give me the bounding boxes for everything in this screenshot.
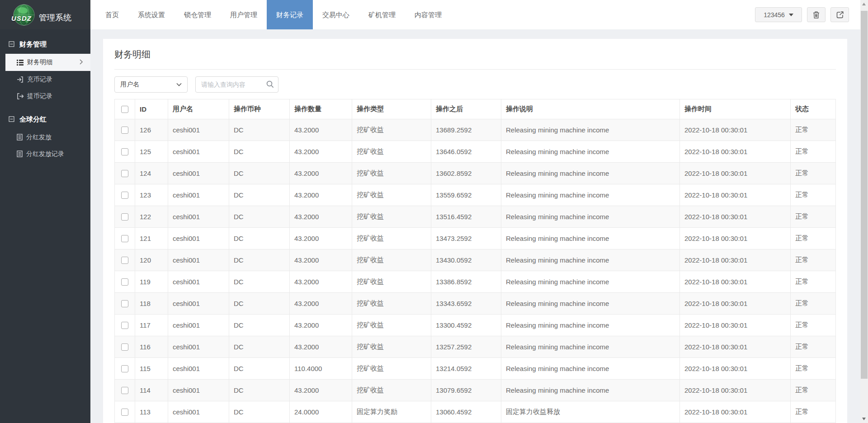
table-cell: 124 <box>135 163 168 184</box>
select-all-checkbox[interactable] <box>121 106 128 113</box>
scroll-up-arrow-icon[interactable] <box>862 3 866 5</box>
page-scrollbar[interactable] <box>860 0 868 423</box>
row-checkbox[interactable] <box>121 257 128 264</box>
table-cell: 13060.4592 <box>431 401 501 423</box>
nav-item-finance-records[interactable]: 财务记录 <box>267 0 313 29</box>
trash-button[interactable] <box>807 7 826 22</box>
column-header: 操作币种 <box>229 99 290 119</box>
table-cell: 121 <box>135 228 168 249</box>
row-checkbox[interactable] <box>121 387 128 394</box>
search-icon[interactable] <box>266 80 274 88</box>
nav-item-lockup-management[interactable]: 锁仓管理 <box>175 0 221 29</box>
sidebar-item-finance-detail[interactable]: 财务明细 <box>5 54 90 71</box>
table-row: 120ceshi001DC43.2000挖矿收益13430.0592Releas… <box>115 249 836 271</box>
row-checkbox[interactable] <box>121 148 128 155</box>
table-cell: 43.2000 <box>290 380 352 401</box>
row-checkbox[interactable] <box>121 278 128 286</box>
row-checkbox[interactable] <box>121 213 128 221</box>
row-select-cell <box>115 358 135 380</box>
filter-select[interactable]: 用户名 <box>114 76 188 93</box>
nav-item-content-management[interactable]: 内容管理 <box>405 0 451 29</box>
table-cell: 113 <box>135 401 168 423</box>
list-icon <box>17 60 24 66</box>
sidebar-item-label: 分红发放记录 <box>26 150 64 158</box>
table-cell: DC <box>229 206 290 228</box>
table-cell: ceshi001 <box>168 293 229 315</box>
nav-item-home[interactable]: 首页 <box>96 0 128 29</box>
table-cell: 正常 <box>791 163 836 184</box>
table-cell: Releasing mining machine income <box>501 163 680 184</box>
row-checkbox[interactable] <box>121 127 128 134</box>
table-cell: 2022-10-18 00:30:01 <box>680 228 791 249</box>
scroll-down-arrow-icon[interactable] <box>862 418 866 420</box>
nav-item-trade-center[interactable]: 交易中心 <box>313 0 359 29</box>
row-checkbox[interactable] <box>121 300 128 307</box>
table-cell: 117 <box>135 315 168 336</box>
table-cell: DC <box>229 315 290 336</box>
column-header: 操作时间 <box>680 99 791 119</box>
table-cell: 125 <box>135 141 168 163</box>
table-cell: 正常 <box>791 315 836 336</box>
app-logo[interactable]: USDZ 管理系统 <box>0 0 90 29</box>
row-checkbox[interactable] <box>121 322 128 329</box>
table-cell: 123 <box>135 184 168 206</box>
table-cell: DC <box>229 401 290 423</box>
table-cell: ceshi001 <box>168 228 229 249</box>
sidebar-item-dividend-issue[interactable]: 分红发放 <box>0 129 90 146</box>
row-checkbox[interactable] <box>121 170 128 177</box>
sidebar-section-title-finance-management[interactable]: 财务管理 <box>0 35 90 54</box>
table-cell: 正常 <box>791 358 836 380</box>
row-checkbox[interactable] <box>121 343 128 351</box>
row-checkbox[interactable] <box>121 365 128 372</box>
table-cell: 43.2000 <box>290 336 352 358</box>
table-row: 113ceshi001DC24.0000固定算力奖励13060.4592固定算力… <box>115 401 836 423</box>
table-cell: 118 <box>135 293 168 315</box>
table-cell: DC <box>229 119 290 141</box>
nav-item-user-management[interactable]: 用户管理 <box>221 0 267 29</box>
sidebar-item-dividend-issue-records[interactable]: 分红发放记录 <box>0 146 90 162</box>
row-select-cell <box>115 206 135 228</box>
sidebar-item-withdraw-records[interactable]: 提币记录 <box>0 88 90 104</box>
table-cell: ceshi001 <box>168 119 229 141</box>
table-cell: 挖矿收益 <box>352 249 431 271</box>
scrollbar-thumb[interactable] <box>861 11 868 379</box>
table-cell: 24.0000 <box>290 401 352 423</box>
table-cell: 2022-10-18 00:30:01 <box>680 358 791 380</box>
export-button[interactable] <box>830 7 849 22</box>
table-cell: 43.2000 <box>290 315 352 336</box>
table-cell: 挖矿收益 <box>352 228 431 249</box>
nav-item-system-settings[interactable]: 系统设置 <box>128 0 175 29</box>
sign-out-icon <box>17 93 24 99</box>
sidebar-section-title-global-dividend[interactable]: 全球分红 <box>0 110 90 129</box>
table-cell: 挖矿收益 <box>352 293 431 315</box>
table-cell: 挖矿收益 <box>352 380 431 401</box>
row-select-cell <box>115 249 135 271</box>
sidebar-item-label: 分红发放 <box>26 133 52 141</box>
table-cell: 13300.4592 <box>431 315 501 336</box>
table-cell: 43.2000 <box>290 141 352 163</box>
table-cell: ceshi001 <box>168 141 229 163</box>
row-select-cell <box>115 184 135 206</box>
table-cell: 13079.6592 <box>431 380 501 401</box>
collapse-minus-icon <box>9 116 14 123</box>
table-cell: 挖矿收益 <box>352 271 431 293</box>
top-navbar: USDZ 管理系统 首页系统设置锁仓管理用户管理财务记录交易中心矿机管理内容管理… <box>0 0 868 29</box>
row-checkbox[interactable] <box>121 409 128 416</box>
row-checkbox[interactable] <box>121 235 128 242</box>
table-cell: 13430.0592 <box>431 249 501 271</box>
table-cell: ceshi001 <box>168 184 229 206</box>
user-dropdown[interactable]: 123456 <box>755 7 802 22</box>
row-checkbox[interactable] <box>121 192 128 199</box>
sidebar-section-global-dividend: 全球分红分红发放分红发放记录 <box>0 110 90 162</box>
sidebar-item-deposit-records[interactable]: 充币记录 <box>0 71 90 88</box>
select-all-header-cell <box>115 99 135 119</box>
table-cell: 116 <box>135 336 168 358</box>
row-select-cell <box>115 293 135 315</box>
table-cell: Releasing mining machine income <box>501 358 680 380</box>
main-content: 财务明细 用户名 ID用户名操作币种操作数量操作类型操作之后操作说明操作时间状态… <box>90 29 860 423</box>
table-cell: Releasing mining machine income <box>501 271 680 293</box>
table-cell: 110.4000 <box>290 358 352 380</box>
table-cell: 2022-10-18 00:30:01 <box>680 184 791 206</box>
sidebar-item-label: 提币记录 <box>27 92 52 100</box>
nav-item-miner-management[interactable]: 矿机管理 <box>359 0 405 29</box>
